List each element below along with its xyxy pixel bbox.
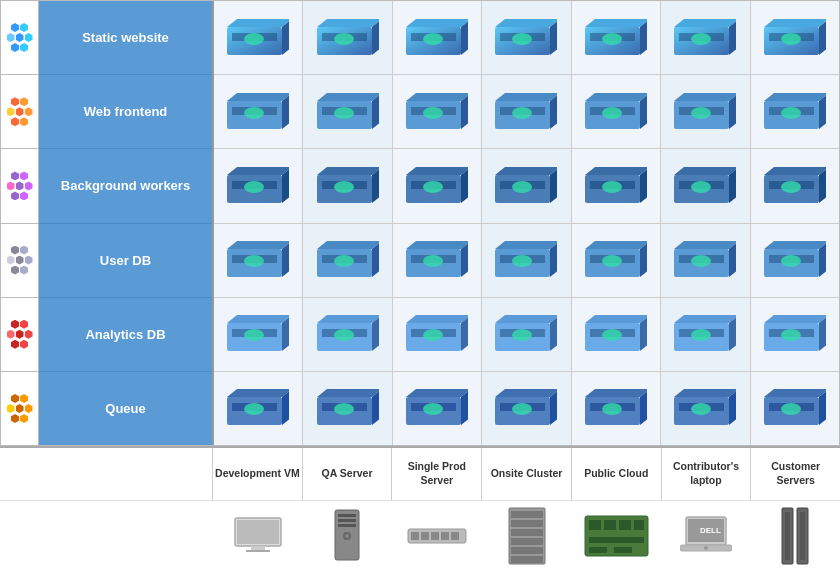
label-static-website: Static website <box>39 1 212 75</box>
cell-4-5 <box>572 224 661 297</box>
cell-6-7 <box>751 372 839 445</box>
svg-marker-206 <box>764 389 826 397</box>
svg-rect-217 <box>338 524 356 527</box>
grid-row-1 <box>214 1 839 75</box>
container-icon <box>764 19 826 57</box>
svg-point-94 <box>602 181 622 193</box>
cell-4-3 <box>393 224 482 297</box>
hw-icon-laptop: DELL <box>661 507 751 564</box>
cell-4-7 <box>751 224 839 297</box>
svg-marker-86 <box>495 167 557 175</box>
hex-cluster-6 <box>7 394 33 423</box>
cell-4-1 <box>214 224 303 297</box>
container-icon <box>317 19 379 57</box>
cell-6-4 <box>482 372 571 445</box>
svg-point-64 <box>691 107 711 119</box>
network-switch-icon <box>407 525 467 547</box>
cell-2-5 <box>572 75 661 148</box>
hex-cluster-5 <box>7 320 33 349</box>
svg-point-84 <box>423 181 443 193</box>
svg-marker-136 <box>764 241 826 249</box>
cell-5-5 <box>572 298 661 371</box>
svg-point-139 <box>781 255 801 267</box>
monitor-icon <box>233 516 283 556</box>
svg-marker-26 <box>674 19 736 27</box>
svg-marker-31 <box>764 19 826 27</box>
svg-rect-230 <box>511 538 543 545</box>
cell-3-2 <box>303 149 392 222</box>
cell-4-4 <box>482 224 571 297</box>
cell-6-1 <box>214 372 303 445</box>
cell-2-7 <box>751 75 839 148</box>
cell-5-6 <box>661 298 750 371</box>
svg-marker-41 <box>317 93 379 101</box>
svg-marker-126 <box>585 241 647 249</box>
svg-rect-240 <box>614 547 632 553</box>
svg-point-4 <box>244 33 264 45</box>
svg-rect-249 <box>800 512 805 560</box>
cell-5-4 <box>482 298 571 371</box>
svg-marker-81 <box>406 167 468 175</box>
svg-marker-146 <box>317 315 379 323</box>
svg-marker-181 <box>317 389 379 397</box>
column-labels: Development VM QA Server Single Prod Ser… <box>0 446 840 500</box>
hw-icon-rack-servers <box>482 507 572 564</box>
cell-1-2 <box>303 1 392 74</box>
svg-point-149 <box>334 329 354 341</box>
cell-6-5 <box>572 372 661 445</box>
svg-marker-186 <box>406 389 468 397</box>
svg-marker-101 <box>764 167 826 175</box>
svg-point-14 <box>423 33 443 45</box>
svg-point-159 <box>512 329 532 341</box>
svg-rect-232 <box>511 556 543 563</box>
cell-2-1 <box>214 75 303 148</box>
cell-2-4 <box>482 75 571 148</box>
svg-point-54 <box>512 107 532 119</box>
svg-point-174 <box>781 329 801 341</box>
svg-rect-235 <box>604 520 616 530</box>
svg-point-114 <box>334 255 354 267</box>
icon-cell-5 <box>1 298 38 372</box>
grid-row-4 <box>214 224 839 298</box>
svg-marker-176 <box>227 389 289 397</box>
svg-point-179 <box>244 403 264 415</box>
hex-cluster-4 <box>7 246 33 275</box>
cell-5-7 <box>751 298 839 371</box>
svg-marker-1 <box>227 19 289 27</box>
grid-section: Static website Web frontend Background w… <box>0 0 840 446</box>
svg-marker-21 <box>585 19 647 27</box>
svg-marker-196 <box>585 389 647 397</box>
label-user-db: User DB <box>39 224 212 298</box>
svg-marker-16 <box>495 19 557 27</box>
cell-6-6 <box>661 372 750 445</box>
svg-rect-239 <box>589 547 607 553</box>
hw-icon-network-switch <box>392 507 482 564</box>
cell-1-4 <box>482 1 571 74</box>
cell-3-6 <box>661 149 750 222</box>
svg-point-154 <box>423 329 443 341</box>
col-label-onsite-cluster: Onsite Cluster <box>482 448 572 500</box>
svg-rect-229 <box>511 529 543 536</box>
svg-rect-234 <box>589 520 601 530</box>
cell-3-4 <box>482 149 571 222</box>
hex-cluster-3 <box>7 171 33 200</box>
svg-point-244 <box>704 546 708 550</box>
grid-row-6 <box>214 372 839 445</box>
grid-row-2 <box>214 75 839 149</box>
svg-rect-228 <box>511 520 543 527</box>
cell-5-2 <box>303 298 392 371</box>
svg-marker-71 <box>227 167 289 175</box>
svg-marker-56 <box>585 93 647 101</box>
svg-rect-236 <box>619 520 631 530</box>
data-grid <box>214 1 839 445</box>
cell-3-1 <box>214 149 303 222</box>
hw-icon-server-tower <box>303 507 393 564</box>
cell-1-3 <box>393 1 482 74</box>
label-queue: Queue <box>39 372 212 445</box>
grid-row-5 <box>214 298 839 372</box>
svg-point-104 <box>781 181 801 193</box>
hardware-icons-row: DELL <box>0 500 840 570</box>
hw-icon-disk-array <box>750 507 840 564</box>
cell-2-3 <box>393 75 482 148</box>
svg-rect-216 <box>338 519 356 522</box>
